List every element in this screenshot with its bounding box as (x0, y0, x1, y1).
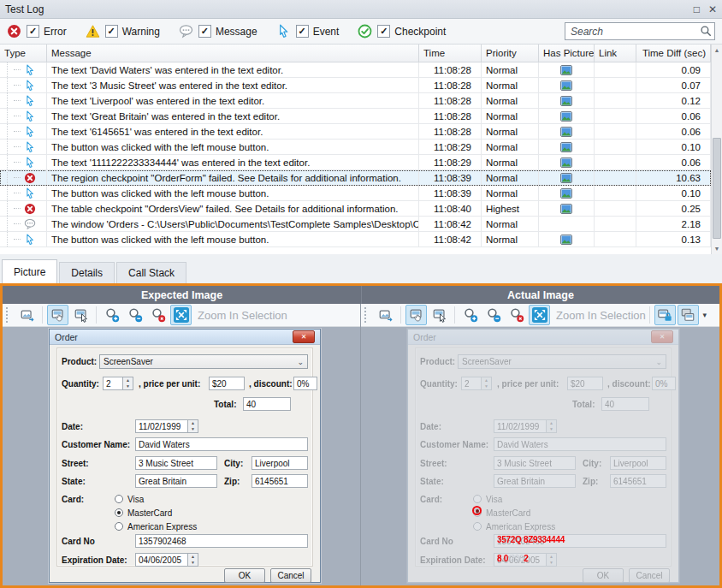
filter-label: Checkpoint (394, 26, 446, 38)
table-row[interactable]: The text 'Liverpool' was entered in the … (0, 93, 711, 109)
table-row[interactable]: The text '3 Music Street' was entered in… (0, 78, 711, 93)
table-row[interactable]: The window 'Orders - C:\Users\Public\Doc… (0, 217, 711, 232)
link-cell (595, 109, 636, 123)
pan-tool-button[interactable] (405, 305, 427, 325)
type-cell (0, 109, 47, 123)
zoom-reset-button[interactable] (147, 305, 169, 325)
has-picture-cell (539, 186, 595, 200)
event-checkbox[interactable]: ✓ (296, 25, 309, 38)
table-row[interactable]: The button was clicked with the left mou… (0, 140, 711, 155)
message-cell: The table checkpoint "OrdersView" failed… (47, 201, 419, 216)
table-row[interactable]: The button was clicked with the left mou… (0, 186, 711, 201)
search-input[interactable] (565, 22, 715, 40)
message-icon (24, 218, 36, 230)
error-checkbox[interactable]: ✓ (27, 25, 39, 38)
checkpoint-checkbox[interactable]: ✓ (377, 25, 390, 38)
actual-toolbar: Zoom In Selection ▾ (361, 304, 719, 327)
pan-tool-button[interactable] (47, 305, 68, 325)
radio-visa (115, 495, 123, 503)
link-cell (595, 201, 636, 216)
time-diff-cell: 2.18 (636, 217, 711, 231)
table-row[interactable]: The button was clicked with the left mou… (0, 232, 711, 247)
table-row[interactable]: The text '1111222233334444' was entered … (0, 155, 711, 170)
has-picture-cell (539, 78, 595, 92)
expiration-date-label: Expiration Date: (62, 555, 127, 565)
actual-image-header: Actual Image (361, 286, 719, 304)
maximize-icon[interactable]: □ (694, 4, 700, 15)
tab-picture[interactable]: Picture (2, 259, 57, 283)
priority-cell: Normal (482, 140, 539, 154)
close-icon[interactable]: ✕ (708, 4, 717, 15)
link-cell (595, 217, 636, 231)
product-value: ScreenSaver (104, 357, 153, 366)
warning-checkbox[interactable]: ✓ (105, 25, 118, 38)
column-header-time-diff-sec[interactable]: Time Diff (sec) (636, 45, 711, 62)
compare-view-button[interactable] (678, 305, 699, 325)
table-row[interactable]: The text 'David Waters' was entered in t… (0, 62, 711, 78)
fit-to-window-button[interactable] (529, 305, 550, 325)
window-titlebar: Test Log □ ✕ (0, 0, 722, 19)
table-row[interactable]: The table checkpoint "OrdersView" failed… (0, 201, 711, 217)
expected-image-area[interactable]: Order ✕ Product: ScreenSaver ⌄ (3, 327, 360, 585)
column-header-time[interactable]: Time (419, 45, 482, 62)
zoom-reset-button[interactable] (506, 305, 527, 325)
lock-picture-button[interactable] (654, 305, 676, 325)
picture-icon (560, 235, 572, 245)
price-field: $20 (209, 377, 245, 390)
visa-label: Visa (127, 495, 144, 504)
has-picture-cell (539, 170, 595, 185)
select-tool-button[interactable] (429, 305, 450, 325)
table-row[interactable]: The region checkpoint "OrderForm" failed… (0, 170, 711, 186)
fit-to-window-button[interactable] (170, 305, 192, 325)
state-field: Great Britain (135, 474, 217, 488)
message-cell: The region checkpoint "OrderForm" failed… (47, 170, 419, 185)
column-header-priority[interactable]: Priority (482, 45, 539, 62)
discount-label: , discount: (249, 379, 293, 389)
table-row[interactable]: The text 'Great Britain' was entered in … (0, 109, 711, 124)
search-icon (700, 25, 712, 37)
toolbar-grip[interactable] (6, 307, 12, 323)
column-header-has-picture[interactable]: Has Picture (539, 45, 595, 62)
export-picture-button[interactable] (375, 305, 396, 325)
filter-toolbar: ✓Error✓Warning✓Message✓Event✓Checkpoint (0, 19, 722, 45)
time-diff-cell: 0.06 (636, 109, 711, 123)
checkpoint-icon (358, 24, 372, 39)
event-icon (276, 24, 291, 39)
link-cell (595, 140, 636, 154)
scrollbar-thumb[interactable] (713, 138, 721, 239)
order-dialog: Order ✕ Product: ScreenSaver ⌄ (49, 329, 321, 583)
column-header-message[interactable]: Message (47, 45, 419, 62)
toolbar-grip[interactable] (364, 307, 370, 323)
log-table-body: The text 'David Waters' was entered in t… (0, 62, 711, 247)
product-label: Product: (62, 357, 97, 366)
link-cell (595, 124, 636, 139)
cancel-button: Cancel (270, 568, 311, 583)
zoom-out-button[interactable] (124, 305, 145, 325)
compare-dropdown-icon[interactable]: ▾ (700, 306, 710, 324)
street-label: Street: (62, 459, 89, 468)
warning-icon (86, 24, 100, 39)
filter-warning: ✓Warning (86, 24, 160, 39)
zoom-in-button[interactable] (101, 305, 122, 325)
scroll-up-icon[interactable]: ▲ (712, 45, 722, 56)
scroll-down-icon[interactable]: ▼ (712, 243, 722, 254)
message-checkbox[interactable]: ✓ (198, 25, 211, 38)
type-cell (0, 140, 47, 154)
column-header-link[interactable]: Link (595, 45, 636, 62)
table-row[interactable]: The text '6145651' was entered in the te… (0, 124, 711, 140)
actual-pane: Zoom In Selection ▾ Order ✕ Product (361, 304, 719, 585)
select-tool-button[interactable] (70, 305, 92, 325)
actual-image-area[interactable]: Order ✕ Product: ScreenSaver ⌄ (361, 327, 719, 585)
zoom-out-button[interactable] (482, 305, 504, 325)
radio-american-express (115, 522, 123, 531)
zoom-in-button[interactable] (459, 305, 481, 325)
order-dialog-close-icon: ✕ (293, 330, 315, 343)
filter-items: ✓Error✓Warning✓Message✓Event✓Checkpoint (7, 24, 465, 39)
scrollbar-track[interactable] (712, 56, 722, 243)
tab-call-stack[interactable]: Call Stack (116, 262, 186, 283)
column-header-type[interactable]: Type (0, 45, 47, 62)
type-cell (0, 62, 47, 77)
table-scrollbar[interactable]: ▲ ▼ (711, 45, 722, 254)
tab-details[interactable]: Details (59, 262, 115, 283)
export-picture-button[interactable] (16, 305, 38, 325)
